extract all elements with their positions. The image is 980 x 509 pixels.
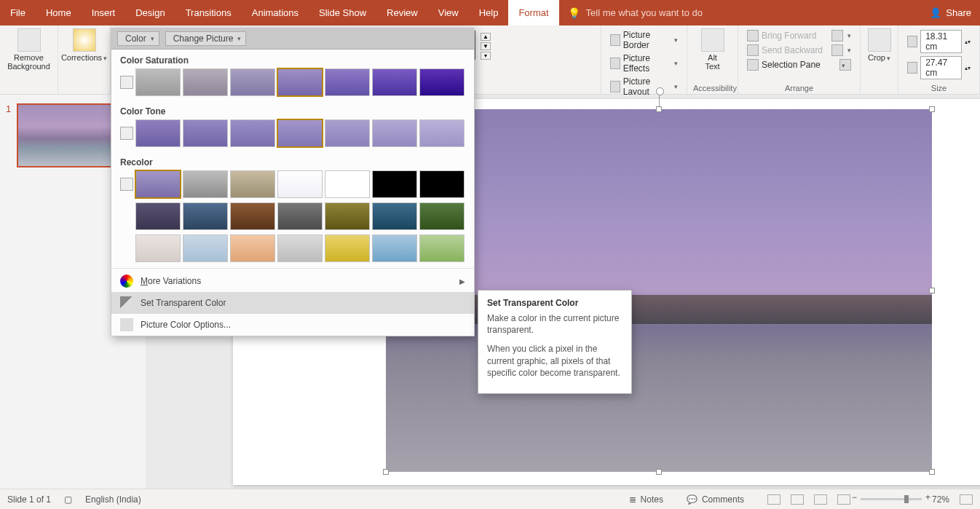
color-swatch[interactable] xyxy=(135,119,181,147)
change-picture-button[interactable]: Change Picture xyxy=(165,31,247,46)
tab-help[interactable]: Help xyxy=(469,0,509,25)
resize-handle-mr[interactable] xyxy=(929,288,935,293)
zoom-level[interactable]: 72% xyxy=(932,494,949,505)
slide-indicator[interactable]: Slide 1 of 1 xyxy=(7,494,51,505)
picture-effects-button[interactable]: Picture Effects xyxy=(607,52,681,75)
color-swatch[interactable] xyxy=(372,170,417,198)
bring-forward-button[interactable]: Bring Forward xyxy=(744,28,854,43)
style-gallery-scroll[interactable]: ▲▼▾ xyxy=(481,33,491,60)
color-swatch[interactable] xyxy=(372,119,417,147)
color-swatch[interactable] xyxy=(277,119,323,147)
remove-background-icon xyxy=(17,28,41,52)
color-swatch[interactable] xyxy=(183,234,228,262)
height-value[interactable]: 18.31 cm xyxy=(920,30,962,53)
color-swatch[interactable] xyxy=(135,170,181,198)
tell-me-search[interactable]: 💡 Tell me what you want to do xyxy=(568,7,703,19)
normal-view-button[interactable] xyxy=(767,494,781,505)
color-swatch[interactable] xyxy=(372,68,417,96)
color-swatch[interactable] xyxy=(230,170,275,198)
send-backward-button[interactable]: Send Backward xyxy=(744,43,854,58)
tab-animations[interactable]: Animations xyxy=(242,0,309,25)
tab-insert[interactable]: Insert xyxy=(82,0,126,25)
slideshow-view-button[interactable] xyxy=(837,494,850,505)
color-swatch[interactable] xyxy=(183,119,228,147)
resize-handle-bl[interactable] xyxy=(383,469,389,475)
set-transparent-color-item[interactable]: Set Transparent Color xyxy=(111,292,474,314)
tooltip-body-1: Make a color in the current picture tran… xyxy=(487,312,623,336)
color-swatch[interactable] xyxy=(419,170,465,198)
notes-button[interactable]: ≣Notes xyxy=(629,494,663,505)
color-swatch[interactable] xyxy=(419,234,465,262)
color-button[interactable]: Color xyxy=(117,31,159,46)
picture-layout-icon xyxy=(610,81,620,92)
color-swatch[interactable] xyxy=(183,170,228,198)
comments-button[interactable]: 💬Comments xyxy=(687,494,744,505)
picture-border-button[interactable]: Picture Border xyxy=(607,28,681,52)
tab-format[interactable]: Format xyxy=(508,0,558,25)
more-variations-item[interactable]: More Variations ▶ xyxy=(111,270,474,292)
resize-handle-tr[interactable] xyxy=(929,106,935,112)
picture-color-options-item[interactable]: Picture Color Options... xyxy=(111,314,474,336)
color-swatch[interactable] xyxy=(230,202,275,230)
tab-review[interactable]: Review xyxy=(376,0,428,25)
spellcheck-icon[interactable]: ▢ xyxy=(64,494,72,505)
color-swatch[interactable] xyxy=(325,68,370,96)
fit-to-window-button[interactable] xyxy=(960,494,973,505)
color-swatch[interactable] xyxy=(277,68,323,96)
reading-view-button[interactable] xyxy=(814,494,827,505)
tab-view[interactable]: View xyxy=(428,0,469,25)
send-backward-label: Send Backward xyxy=(762,45,823,55)
tab-home[interactable]: Home xyxy=(36,0,82,25)
width-input[interactable]: 27.47 cm▴▾ xyxy=(904,55,973,81)
picture-border-icon xyxy=(610,34,620,46)
tab-transitions[interactable]: Transitions xyxy=(175,0,242,25)
color-swatch[interactable] xyxy=(419,202,465,230)
color-swatch[interactable] xyxy=(372,234,417,262)
language-indicator[interactable]: English (India) xyxy=(85,494,141,505)
resize-handle-tm[interactable] xyxy=(656,106,662,112)
crop-button[interactable]: Crop xyxy=(866,28,892,62)
color-swatch[interactable] xyxy=(135,234,181,262)
tab-file[interactable]: File xyxy=(0,0,36,25)
color-swatch[interactable] xyxy=(230,119,275,147)
zoom-slider[interactable] xyxy=(861,498,922,500)
selection-pane-button[interactable]: Selection Pane xyxy=(744,58,854,72)
alt-text-button[interactable]: Alt Text xyxy=(693,28,732,71)
color-swatch[interactable] xyxy=(277,202,323,230)
color-dropdown-panel: Color Change Picture Color Saturation Co… xyxy=(111,28,475,336)
picture-color-options-label: Picture Color Options... xyxy=(141,320,231,330)
sorter-view-button[interactable] xyxy=(791,494,804,505)
color-swatch[interactable] xyxy=(183,202,228,230)
color-swatch[interactable] xyxy=(419,119,465,147)
color-swatch[interactable] xyxy=(230,68,275,96)
color-swatch[interactable] xyxy=(419,68,465,96)
color-swatch[interactable] xyxy=(230,234,275,262)
color-swatch[interactable] xyxy=(325,119,370,147)
remove-background-button[interactable]: Remove Background xyxy=(6,28,52,71)
corrections-button[interactable]: Corrections xyxy=(64,28,104,62)
color-swatch[interactable] xyxy=(372,202,417,230)
align-icon[interactable] xyxy=(831,30,843,42)
group-icon[interactable] xyxy=(831,44,843,56)
tab-slideshow[interactable]: Slide Show xyxy=(309,0,376,25)
color-swatch[interactable] xyxy=(183,68,228,96)
bring-forward-icon xyxy=(747,30,759,42)
rotate-handle[interactable] xyxy=(659,93,660,106)
picture-color-options-icon xyxy=(120,318,133,331)
width-value[interactable]: 27.47 cm xyxy=(920,56,962,79)
color-swatch[interactable] xyxy=(325,234,370,262)
color-swatch[interactable] xyxy=(325,202,370,230)
rotate-icon[interactable] xyxy=(839,59,851,71)
recolor-section-label: Recolor xyxy=(111,151,474,170)
resize-handle-br[interactable] xyxy=(929,469,935,475)
resize-handle-bm[interactable] xyxy=(656,469,662,475)
tab-design[interactable]: Design xyxy=(125,0,175,25)
zoom-slider-thumb[interactable] xyxy=(904,495,909,503)
share-button[interactable]: 👤 Share xyxy=(930,7,971,18)
height-input[interactable]: 18.31 cm▴▾ xyxy=(904,28,973,55)
color-swatch[interactable] xyxy=(135,202,181,230)
color-swatch[interactable] xyxy=(277,234,323,262)
color-swatch[interactable] xyxy=(135,68,181,96)
color-swatch[interactable] xyxy=(325,170,370,198)
color-swatch[interactable] xyxy=(277,170,323,198)
